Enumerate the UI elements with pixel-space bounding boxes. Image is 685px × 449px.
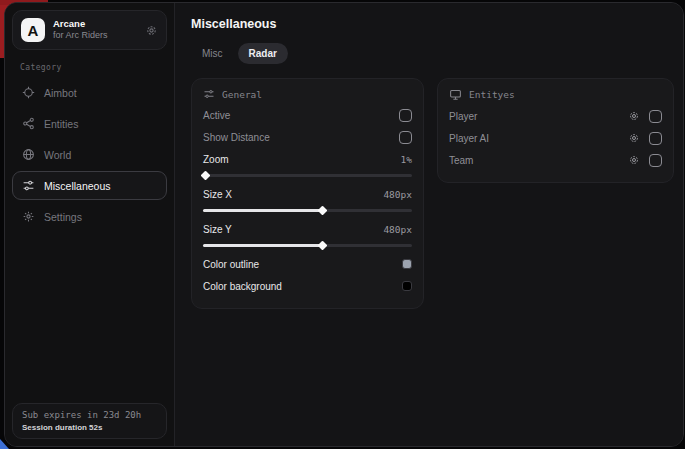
category-label: Category (20, 63, 167, 72)
zoom-slider-thumb[interactable] (201, 171, 211, 181)
brand-gear-icon[interactable] (145, 24, 158, 37)
page-title: Miscellaneous (191, 17, 674, 31)
app-window: A Arcane for Arc Riders Category Aimbot (4, 2, 684, 447)
player-ai-gear-icon[interactable] (628, 132, 640, 144)
zoom-slider-track (203, 174, 412, 177)
size-y-slider-thumb[interactable] (318, 241, 328, 251)
brand-text: Arcane for Arc Riders (53, 19, 137, 40)
size-x-slider-thumb[interactable] (318, 206, 328, 216)
crosshair-icon (22, 86, 35, 99)
show-distance-label: Show Distance (203, 132, 270, 143)
session-duration-text: Session duration 52s (22, 423, 157, 432)
sidebar-item-label: Aimbot (44, 87, 77, 99)
sub-expires-text: Sub expires in 23d 20h (22, 410, 157, 420)
sidebar-item-label: Miscellaneous (44, 180, 111, 192)
tab-bar: Misc Radar (191, 43, 674, 64)
main-content: Miscellaneous Misc Radar General (175, 3, 684, 446)
gear-icon (22, 210, 35, 223)
player-row: Player (449, 105, 662, 127)
size-y-slider-fill (203, 244, 322, 247)
zoom-row: Zoom 1% (203, 148, 412, 170)
size-y-slider[interactable] (203, 241, 412, 249)
color-outline-label: Color outline (203, 259, 259, 270)
sidebar-item-entities[interactable]: Entities (12, 109, 167, 138)
sidebar-item-label: Settings (44, 211, 82, 223)
color-outline-swatch[interactable] (402, 259, 412, 269)
show-distance-checkbox[interactable] (399, 131, 412, 144)
tab-misc[interactable]: Misc (191, 43, 234, 64)
color-background-swatch[interactable] (402, 281, 412, 291)
size-y-value: 480px (383, 224, 412, 235)
brand-subtitle: for Arc Riders (53, 30, 137, 40)
color-outline-row: Color outline (203, 253, 412, 275)
sidebar-item-aimbot[interactable]: Aimbot (12, 78, 167, 107)
monitor-icon (449, 88, 462, 101)
general-card-header: General (203, 88, 412, 100)
zoom-slider[interactable] (203, 171, 412, 179)
player-ai-checkbox[interactable] (649, 132, 662, 145)
entities-card-title: Entityes (469, 89, 515, 100)
brand-card: A Arcane for Arc Riders (12, 10, 167, 50)
player-label: Player (449, 111, 477, 122)
sidebar-item-label: World (44, 149, 71, 161)
size-x-slider-fill (203, 209, 322, 212)
player-ai-row: Player AI (449, 127, 662, 149)
player-ai-label: Player AI (449, 133, 489, 144)
sidebar-item-world[interactable]: World (12, 140, 167, 169)
color-background-label: Color background (203, 281, 282, 292)
active-label: Active (203, 110, 230, 121)
sidebar-item-settings[interactable]: Settings (12, 202, 167, 231)
entities-card-header: Entityes (449, 88, 662, 101)
sliders-icon (22, 179, 35, 192)
size-y-row: Size Y 480px (203, 218, 412, 240)
zoom-label: Zoom (203, 154, 229, 165)
sidebar: A Arcane for Arc Riders Category Aimbot (5, 3, 175, 446)
brand-title: Arcane (53, 19, 137, 30)
player-checkbox[interactable] (649, 110, 662, 123)
size-y-label: Size Y (203, 224, 232, 235)
team-gear-icon[interactable] (628, 154, 640, 166)
sidebar-item-miscellaneous[interactable]: Miscellaneous (12, 171, 167, 200)
sidebar-item-label: Entities (44, 118, 78, 130)
size-x-value: 480px (383, 189, 412, 200)
subscription-card: Sub expires in 23d 20h Session duration … (12, 403, 167, 439)
brand-logo: A (21, 18, 45, 42)
size-x-row: Size X 480px (203, 183, 412, 205)
active-row: Active (203, 104, 412, 126)
entities-card: Entityes Player Player AI (437, 78, 674, 183)
player-gear-icon[interactable] (628, 110, 640, 122)
cards-row: General Active Show Distance Zoom 1% (191, 78, 674, 309)
general-card: General Active Show Distance Zoom 1% (191, 78, 424, 309)
team-checkbox[interactable] (649, 154, 662, 167)
size-x-label: Size X (203, 189, 232, 200)
size-x-slider[interactable] (203, 206, 412, 214)
show-distance-row: Show Distance (203, 126, 412, 148)
zoom-value: 1% (401, 154, 412, 165)
active-checkbox[interactable] (399, 109, 412, 122)
general-card-title: General (222, 89, 262, 100)
color-background-row: Color background (203, 275, 412, 297)
tab-radar[interactable]: Radar (238, 43, 288, 64)
sidebar-nav: Aimbot Entities World (12, 78, 167, 231)
globe-icon (22, 148, 35, 161)
sliders-horizontal-icon (203, 88, 215, 100)
share-icon (22, 117, 35, 130)
team-label: Team (449, 155, 473, 166)
team-row: Team (449, 149, 662, 171)
